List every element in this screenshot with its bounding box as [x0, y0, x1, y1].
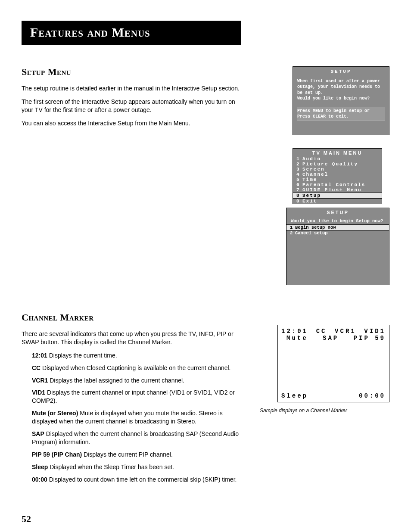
marker-sleep: Sleep [281, 392, 308, 399]
setup-menu-screens-column: SETUP When first used or after a power o… [256, 66, 389, 286]
channel-marker-desc: Displayed to count down time left on the… [47, 476, 237, 483]
main-menu-item-number: 5 [296, 177, 302, 182]
main-menu-item-label: Audio [302, 156, 378, 162]
channel-marker-desc: Displayed when the current channel is br… [32, 430, 239, 445]
setup-p3: You can also access the Interactive Setu… [22, 119, 243, 128]
setup-menu-section: Setup Menu The setup routine is detailed… [22, 66, 389, 286]
channel-marker-def: VID1 Displays the current channel or inp… [32, 389, 243, 405]
main-menu-item-label: Parental Controls [302, 182, 378, 187]
channel-marker-term: VCR1 [32, 377, 48, 384]
page-number: 52 [22, 513, 389, 525]
channel-marker-def: CC Displayed when Closed Captioning is a… [32, 364, 243, 372]
marker-mute: Mute [286, 335, 308, 342]
main-menu-item: 8Setup [293, 193, 382, 199]
channel-marker-def: VCR1 Displays the label assigned to the … [32, 376, 243, 385]
osd-setup-title: SETUP [293, 67, 389, 76]
channel-marker-term: CC [32, 364, 40, 371]
osd-main-menu-title: TV MAIN MENU [293, 149, 382, 156]
channel-marker-screen-column: 12:01 CC VCR1 VID1 Mute SAP PIP 59 Sleep… [256, 312, 389, 488]
channel-marker-desc: Displays the label assigned to the curre… [48, 377, 184, 384]
main-menu-item: 1Audio [293, 156, 382, 162]
main-menu-item-number: 3 [296, 167, 302, 172]
chapter-title: Features and Menus [30, 25, 233, 40]
osd-main-menu: TV MAIN MENU 1Audio2Picture Quality3Scre… [293, 148, 382, 204]
setup-option-number: 2 [290, 230, 295, 236]
main-menu-item-number: 2 [296, 162, 302, 167]
osd-setup-prompt-text: Would you like to begin Setup now? [286, 216, 389, 224]
marker-timer: 00:00 [359, 392, 386, 399]
osd-setup-hint: Press MENU to begin setup or Press CLEAR… [297, 107, 385, 121]
main-menu-item-label: Exit [302, 199, 378, 204]
marker-vid: VID1 [364, 328, 386, 335]
main-menu-item-label: Picture Quality [302, 162, 378, 167]
channel-marker-desc: Displays the current time. [47, 352, 117, 359]
main-menu-item-number: 1 [296, 156, 302, 162]
main-menu-item: 7GUIDE Plus+ Menu [293, 187, 382, 193]
setup-option-label: Cancel setup [295, 230, 328, 236]
channel-marker-term: SAP [32, 430, 44, 437]
main-menu-item: 0Exit [293, 199, 382, 204]
setup-option: 2 Cancel setup [286, 230, 389, 236]
channel-marker-term: PIP 59 (PIP Chan) [32, 451, 82, 458]
setup-option-label: Begin setup now [295, 225, 336, 230]
osd-stack: TV MAIN MENU 1Audio2Picture Quality3Scre… [286, 148, 389, 286]
channel-marker-desc: Displays the current PIP channel. [82, 451, 173, 458]
osd-main-menu-items: 1Audio2Picture Quality3Screen4Channel5Ti… [293, 156, 382, 204]
channel-marker-def: Mute (or Stereo) Mute is displayed when … [32, 409, 243, 426]
osd-setup-prompt-title: SETUP [286, 208, 389, 216]
channel-marker-def: 00:00 Displayed to count down time left … [32, 476, 243, 484]
main-menu-item: 6Parental Controls [293, 182, 382, 187]
channel-marker-def: PIP 59 (PIP Chan) Displays the current P… [32, 451, 243, 459]
marker-pip: PIP 59 [354, 335, 386, 342]
main-menu-item-label: Screen [302, 167, 378, 172]
setup-option-number: 1 [290, 225, 295, 230]
channel-marker-desc: Displayed when the Sleep Timer has been … [48, 464, 174, 470]
channel-marker-caption: Sample displays on a Channel Marker [260, 408, 389, 414]
main-menu-item-label: Channel [302, 172, 378, 177]
chapter-title-bar: Features and Menus [22, 21, 241, 45]
main-menu-item: 4Channel [293, 172, 382, 177]
marker-sap: SAP [323, 335, 339, 342]
main-menu-item-number: 8 [296, 193, 302, 198]
osd-setup-message: When first used or after a power outage,… [297, 78, 385, 102]
channel-marker-text-column: Channel Marker There are several indicat… [22, 312, 243, 488]
channel-marker-def: Sleep Displayed when the Sleep Timer has… [32, 463, 243, 471]
channel-marker-term: Mute (or Stereo) [32, 410, 78, 417]
setup-p1: The setup routine is detailed earlier in… [22, 84, 243, 93]
osd-channel-marker-sample: 12:01 CC VCR1 VID1 Mute SAP PIP 59 Sleep… [277, 325, 389, 402]
setup-p2: The first screen of the Interactive Setu… [22, 98, 243, 114]
channel-marker-desc: Displayed when Closed Captioning is avai… [40, 364, 230, 371]
main-menu-item-label: Setup [302, 193, 378, 198]
channel-marker-term: VID1 [32, 389, 45, 396]
osd-setup-prompt: SETUP Would you like to begin Setup now?… [286, 208, 389, 285]
setup-menu-heading: Setup Menu [22, 66, 243, 78]
channel-marker-term: 00:00 [32, 476, 47, 483]
channel-marker-heading: Channel Marker [22, 312, 243, 323]
marker-vcr: VCR1 [335, 328, 356, 335]
channel-marker-desc: Displays the current channel or input ch… [32, 389, 235, 404]
channel-marker-defs: 12:01 Displays the current time.CC Displ… [32, 352, 243, 484]
osd-setup-initial: SETUP When first used or after a power o… [293, 66, 389, 135]
marker-time: 12:01 [281, 328, 308, 335]
main-menu-item-number: 7 [296, 187, 302, 193]
main-menu-item-label: Time [302, 177, 378, 182]
main-menu-item: 2Picture Quality [293, 162, 382, 167]
main-menu-item: 3Screen [293, 167, 382, 172]
channel-marker-term: 12:01 [32, 352, 47, 359]
main-menu-item-number: 6 [296, 182, 302, 187]
main-menu-item-label: GUIDE Plus+ Menu [302, 187, 378, 193]
channel-marker-intro: There are several indicators that come u… [22, 330, 243, 346]
main-menu-item-number: 4 [296, 172, 302, 177]
setup-option: 1 Begin setup now [286, 224, 389, 230]
setup-menu-text-column: Setup Menu The setup routine is detailed… [22, 66, 243, 286]
channel-marker-term: Sleep [32, 464, 48, 470]
channel-marker-section: Channel Marker There are several indicat… [22, 312, 389, 488]
marker-cc: CC [316, 328, 327, 335]
channel-marker-def: SAP Displayed when the current channel i… [32, 430, 243, 446]
channel-marker-def: 12:01 Displays the current time. [32, 352, 243, 360]
main-menu-item-number: 0 [296, 199, 302, 204]
main-menu-item: 5Time [293, 177, 382, 182]
